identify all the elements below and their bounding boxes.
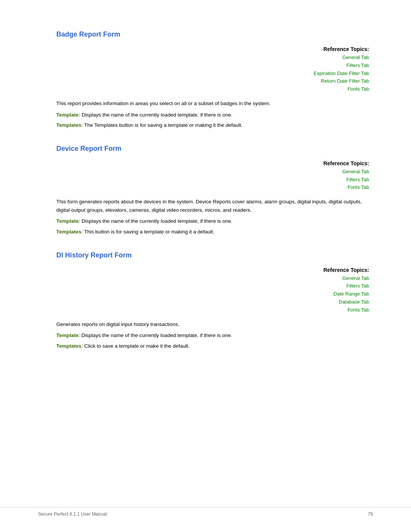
badge-template-label: Template:	[56, 112, 80, 118]
device-templates-label: Templates	[56, 229, 81, 235]
di-link-fonts-tab[interactable]: Fonts Tab	[56, 306, 369, 314]
di-para-1: Generates reports on digital input histo…	[56, 320, 373, 329]
device-link-general-tab[interactable]: General Tab	[56, 168, 369, 176]
di-templates-label: Templates	[56, 343, 81, 349]
di-template-label: Template	[56, 332, 78, 338]
di-para-2: Template: Displays the name of the curre…	[56, 331, 373, 340]
badge-templates-label: Templates	[56, 122, 81, 128]
badge-link-fonts-tab[interactable]: Fonts Tab	[56, 85, 369, 93]
device-link-fonts-tab[interactable]: Fonts Tab	[56, 184, 369, 192]
badge-reference-block: Reference Topics: General Tab Filters Ta…	[56, 46, 373, 93]
device-templates-text: : This button is for saving a template o…	[81, 229, 214, 235]
badge-report-form-title: Badge Report Form	[56, 30, 373, 38]
badge-para-1: This report provides information in area…	[56, 99, 373, 108]
di-history-report-form-section: DI History Report Form Reference Topics:…	[56, 251, 373, 350]
device-reference-label: Reference Topics:	[56, 160, 369, 166]
badge-para-2: Template: Displays the name of the curre…	[56, 111, 373, 119]
badge-para-3: Templates: The Templates button is for s…	[56, 121, 373, 129]
di-reference-block: Reference Topics: General Tab Filters Ta…	[56, 267, 373, 314]
badge-link-return-date-tab[interactable]: Return Date Filter Tab	[56, 77, 369, 85]
di-template-text: : Displays the name of the currently loa…	[78, 332, 232, 338]
di-templates-text: : Click to save a template or make it th…	[81, 343, 190, 349]
badge-link-expiration-tab[interactable]: Expiration Date Filter Tab	[56, 70, 369, 78]
device-link-filters-tab[interactable]: Filters Tab	[56, 176, 369, 184]
di-history-report-form-title: DI History Report Form	[56, 251, 373, 259]
page-container: Badge Report Form Reference Topics: Gene…	[0, 0, 411, 532]
device-report-form-section: Device Report Form Reference Topics: Gen…	[56, 145, 373, 236]
device-template-label: Template:	[56, 218, 80, 224]
footer-page-number: 79	[368, 511, 373, 517]
footer-left-text: Secure Perfect 6.1.1 User Manual	[38, 511, 107, 517]
badge-link-filters-tab[interactable]: Filters Tab	[56, 62, 369, 70]
badge-template-text: Displays the name of the currently loade…	[80, 112, 233, 118]
badge-templates-text: : The Templates button is for saving a t…	[81, 122, 242, 128]
di-link-general-tab[interactable]: General Tab	[56, 275, 369, 283]
device-report-form-title: Device Report Form	[56, 145, 373, 153]
di-link-database-tab[interactable]: Database Tab	[56, 298, 369, 306]
badge-reference-label: Reference Topics:	[56, 46, 369, 52]
badge-report-form-section: Badge Report Form Reference Topics: Gene…	[56, 30, 373, 129]
di-reference-label: Reference Topics:	[56, 267, 369, 273]
di-para-3: Templates: Click to save a template or m…	[56, 342, 373, 350]
device-reference-block: Reference Topics: General Tab Filters Ta…	[56, 160, 373, 192]
di-link-date-range-tab[interactable]: Date Range Tab	[56, 290, 369, 298]
footer: Secure Perfect 6.1.1 User Manual 79	[0, 507, 411, 517]
device-para-3: Templates: This button is for saving a t…	[56, 228, 373, 236]
device-para-1: This form generates reports about the de…	[56, 198, 373, 214]
device-para-2: Template: Displays the name of the curre…	[56, 217, 373, 225]
badge-link-general-tab[interactable]: General Tab	[56, 54, 369, 62]
di-link-filters-tab[interactable]: Filters Tab	[56, 282, 369, 290]
device-template-text: Displays the name of the currently loade…	[80, 218, 233, 224]
